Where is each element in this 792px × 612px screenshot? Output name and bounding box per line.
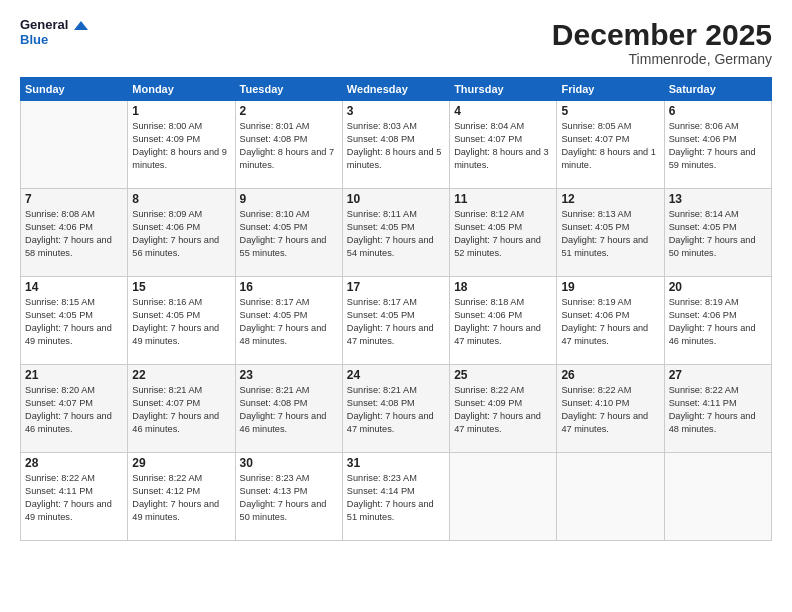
day-number: 21 bbox=[25, 368, 123, 382]
sunset-text: Sunset: 4:10 PM bbox=[561, 398, 629, 408]
calendar-cell: 24 Sunrise: 8:21 AM Sunset: 4:08 PM Dayl… bbox=[342, 365, 449, 453]
calendar-cell: 23 Sunrise: 8:21 AM Sunset: 4:08 PM Dayl… bbox=[235, 365, 342, 453]
calendar-cell: 25 Sunrise: 8:22 AM Sunset: 4:09 PM Dayl… bbox=[450, 365, 557, 453]
subtitle: Timmenrode, Germany bbox=[552, 51, 772, 67]
daylight-text: Daylight: 7 hours and 46 minutes. bbox=[669, 323, 756, 346]
daylight-text: Daylight: 7 hours and 49 minutes. bbox=[132, 323, 219, 346]
calendar-cell: 26 Sunrise: 8:22 AM Sunset: 4:10 PM Dayl… bbox=[557, 365, 664, 453]
calendar-cell bbox=[21, 101, 128, 189]
calendar-week-row: 21 Sunrise: 8:20 AM Sunset: 4:07 PM Dayl… bbox=[21, 365, 772, 453]
sunrise-text: Sunrise: 8:17 AM bbox=[347, 297, 417, 307]
day-info: Sunrise: 8:14 AM Sunset: 4:05 PM Dayligh… bbox=[669, 208, 767, 260]
daylight-text: Daylight: 7 hours and 56 minutes. bbox=[132, 235, 219, 258]
day-number: 26 bbox=[561, 368, 659, 382]
sunset-text: Sunset: 4:12 PM bbox=[132, 486, 200, 496]
title-block: December 2025 Timmenrode, Germany bbox=[552, 18, 772, 67]
sunrise-text: Sunrise: 8:23 AM bbox=[347, 473, 417, 483]
daylight-text: Daylight: 8 hours and 7 minutes. bbox=[240, 147, 335, 170]
calendar-week-row: 7 Sunrise: 8:08 AM Sunset: 4:06 PM Dayli… bbox=[21, 189, 772, 277]
daylight-text: Daylight: 7 hours and 51 minutes. bbox=[561, 235, 648, 258]
day-number: 18 bbox=[454, 280, 552, 294]
calendar-cell: 12 Sunrise: 8:13 AM Sunset: 4:05 PM Dayl… bbox=[557, 189, 664, 277]
day-info: Sunrise: 8:16 AM Sunset: 4:05 PM Dayligh… bbox=[132, 296, 230, 348]
day-number: 13 bbox=[669, 192, 767, 206]
day-number: 2 bbox=[240, 104, 338, 118]
day-info: Sunrise: 8:22 AM Sunset: 4:12 PM Dayligh… bbox=[132, 472, 230, 524]
sunrise-text: Sunrise: 8:17 AM bbox=[240, 297, 310, 307]
calendar-cell: 13 Sunrise: 8:14 AM Sunset: 4:05 PM Dayl… bbox=[664, 189, 771, 277]
sunrise-text: Sunrise: 8:16 AM bbox=[132, 297, 202, 307]
sunrise-text: Sunrise: 8:03 AM bbox=[347, 121, 417, 131]
calendar-cell: 16 Sunrise: 8:17 AM Sunset: 4:05 PM Dayl… bbox=[235, 277, 342, 365]
calendar-cell: 1 Sunrise: 8:00 AM Sunset: 4:09 PM Dayli… bbox=[128, 101, 235, 189]
sunset-text: Sunset: 4:07 PM bbox=[561, 134, 629, 144]
day-info: Sunrise: 8:01 AM Sunset: 4:08 PM Dayligh… bbox=[240, 120, 338, 172]
sunset-text: Sunset: 4:09 PM bbox=[132, 134, 200, 144]
day-number: 23 bbox=[240, 368, 338, 382]
sunset-text: Sunset: 4:05 PM bbox=[132, 310, 200, 320]
day-info: Sunrise: 8:23 AM Sunset: 4:14 PM Dayligh… bbox=[347, 472, 445, 524]
calendar-cell: 3 Sunrise: 8:03 AM Sunset: 4:08 PM Dayli… bbox=[342, 101, 449, 189]
sunset-text: Sunset: 4:11 PM bbox=[25, 486, 93, 496]
day-number: 1 bbox=[132, 104, 230, 118]
day-info: Sunrise: 8:04 AM Sunset: 4:07 PM Dayligh… bbox=[454, 120, 552, 172]
sunrise-text: Sunrise: 8:00 AM bbox=[132, 121, 202, 131]
page: General Blue December 2025 Timmenrode, G… bbox=[0, 0, 792, 612]
day-number: 3 bbox=[347, 104, 445, 118]
sunrise-text: Sunrise: 8:18 AM bbox=[454, 297, 524, 307]
sunset-text: Sunset: 4:08 PM bbox=[347, 398, 415, 408]
day-info: Sunrise: 8:18 AM Sunset: 4:06 PM Dayligh… bbox=[454, 296, 552, 348]
sunset-text: Sunset: 4:05 PM bbox=[240, 222, 308, 232]
daylight-text: Daylight: 7 hours and 46 minutes. bbox=[25, 411, 112, 434]
day-number: 7 bbox=[25, 192, 123, 206]
day-number: 31 bbox=[347, 456, 445, 470]
day-number: 6 bbox=[669, 104, 767, 118]
day-info: Sunrise: 8:09 AM Sunset: 4:06 PM Dayligh… bbox=[132, 208, 230, 260]
day-number: 5 bbox=[561, 104, 659, 118]
sunrise-text: Sunrise: 8:13 AM bbox=[561, 209, 631, 219]
sunrise-text: Sunrise: 8:08 AM bbox=[25, 209, 95, 219]
sunrise-text: Sunrise: 8:21 AM bbox=[347, 385, 417, 395]
sunrise-text: Sunrise: 8:01 AM bbox=[240, 121, 310, 131]
daylight-text: Daylight: 7 hours and 47 minutes. bbox=[454, 411, 541, 434]
daylight-text: Daylight: 7 hours and 47 minutes. bbox=[561, 323, 648, 346]
sunset-text: Sunset: 4:06 PM bbox=[561, 310, 629, 320]
sunrise-text: Sunrise: 8:10 AM bbox=[240, 209, 310, 219]
day-number: 28 bbox=[25, 456, 123, 470]
daylight-text: Daylight: 7 hours and 46 minutes. bbox=[240, 411, 327, 434]
daylight-text: Daylight: 7 hours and 55 minutes. bbox=[240, 235, 327, 258]
header-friday: Friday bbox=[557, 78, 664, 101]
daylight-text: Daylight: 7 hours and 54 minutes. bbox=[347, 235, 434, 258]
sunrise-text: Sunrise: 8:22 AM bbox=[454, 385, 524, 395]
day-info: Sunrise: 8:11 AM Sunset: 4:05 PM Dayligh… bbox=[347, 208, 445, 260]
day-number: 11 bbox=[454, 192, 552, 206]
calendar-cell: 14 Sunrise: 8:15 AM Sunset: 4:05 PM Dayl… bbox=[21, 277, 128, 365]
sunset-text: Sunset: 4:06 PM bbox=[669, 310, 737, 320]
daylight-text: Daylight: 7 hours and 49 minutes. bbox=[25, 499, 112, 522]
calendar-cell: 21 Sunrise: 8:20 AM Sunset: 4:07 PM Dayl… bbox=[21, 365, 128, 453]
day-number: 16 bbox=[240, 280, 338, 294]
sunset-text: Sunset: 4:11 PM bbox=[669, 398, 737, 408]
daylight-text: Daylight: 7 hours and 48 minutes. bbox=[669, 411, 756, 434]
daylight-text: Daylight: 7 hours and 50 minutes. bbox=[669, 235, 756, 258]
calendar-cell: 11 Sunrise: 8:12 AM Sunset: 4:05 PM Dayl… bbox=[450, 189, 557, 277]
daylight-text: Daylight: 7 hours and 47 minutes. bbox=[347, 323, 434, 346]
day-number: 22 bbox=[132, 368, 230, 382]
sunrise-text: Sunrise: 8:22 AM bbox=[132, 473, 202, 483]
daylight-text: Daylight: 8 hours and 1 minute. bbox=[561, 147, 656, 170]
daylight-text: Daylight: 7 hours and 52 minutes. bbox=[454, 235, 541, 258]
calendar-cell: 20 Sunrise: 8:19 AM Sunset: 4:06 PM Dayl… bbox=[664, 277, 771, 365]
header-saturday: Saturday bbox=[664, 78, 771, 101]
day-info: Sunrise: 8:12 AM Sunset: 4:05 PM Dayligh… bbox=[454, 208, 552, 260]
sunset-text: Sunset: 4:06 PM bbox=[132, 222, 200, 232]
calendar-cell: 17 Sunrise: 8:17 AM Sunset: 4:05 PM Dayl… bbox=[342, 277, 449, 365]
calendar-week-row: 1 Sunrise: 8:00 AM Sunset: 4:09 PM Dayli… bbox=[21, 101, 772, 189]
day-number: 27 bbox=[669, 368, 767, 382]
sunset-text: Sunset: 4:07 PM bbox=[132, 398, 200, 408]
sunrise-text: Sunrise: 8:05 AM bbox=[561, 121, 631, 131]
day-info: Sunrise: 8:17 AM Sunset: 4:05 PM Dayligh… bbox=[240, 296, 338, 348]
header-thursday: Thursday bbox=[450, 78, 557, 101]
sunrise-text: Sunrise: 8:22 AM bbox=[669, 385, 739, 395]
day-number: 30 bbox=[240, 456, 338, 470]
day-info: Sunrise: 8:17 AM Sunset: 4:05 PM Dayligh… bbox=[347, 296, 445, 348]
